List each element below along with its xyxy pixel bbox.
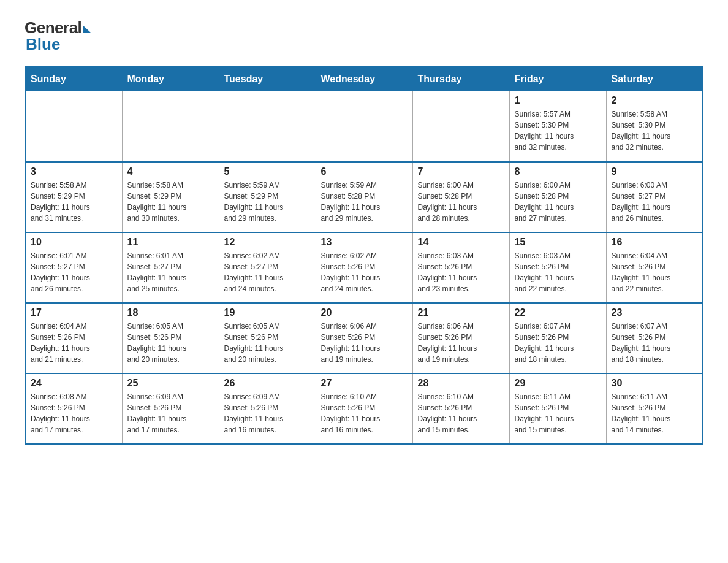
day-info: Sunrise: 6:11 AMSunset: 5:26 PMDaylight:… — [612, 391, 698, 435]
day-number: 21 — [418, 307, 504, 318]
calendar-cell: 7Sunrise: 6:00 AMSunset: 5:28 PMDaylight… — [412, 162, 509, 232]
calendar-cell: 15Sunrise: 6:03 AMSunset: 5:26 PMDayligh… — [509, 232, 606, 303]
page-header: General Blue — [25, 18, 703, 54]
calendar-header-monday: Monday — [122, 67, 219, 91]
day-info: Sunrise: 5:59 AMSunset: 5:28 PMDaylight:… — [321, 180, 408, 224]
day-number: 7 — [418, 166, 504, 177]
day-number: 22 — [515, 307, 601, 318]
day-info: Sunrise: 6:00 AMSunset: 5:27 PMDaylight:… — [612, 180, 698, 224]
week-row-2: 3Sunrise: 5:58 AMSunset: 5:29 PMDaylight… — [25, 162, 703, 232]
week-row-5: 24Sunrise: 6:08 AMSunset: 5:26 PMDayligh… — [25, 373, 703, 444]
day-number: 16 — [612, 237, 698, 248]
calendar-header-wednesday: Wednesday — [316, 67, 412, 91]
day-info: Sunrise: 5:58 AMSunset: 5:29 PMDaylight:… — [31, 180, 117, 224]
day-info: Sunrise: 6:10 AMSunset: 5:26 PMDaylight:… — [321, 391, 408, 435]
day-number: 6 — [321, 166, 408, 177]
day-info: Sunrise: 6:04 AMSunset: 5:26 PMDaylight:… — [31, 321, 117, 365]
calendar-cell: 25Sunrise: 6:09 AMSunset: 5:26 PMDayligh… — [122, 373, 219, 444]
calendar-cell: 4Sunrise: 5:58 AMSunset: 5:29 PMDaylight… — [122, 162, 219, 232]
day-info: Sunrise: 6:06 AMSunset: 5:26 PMDaylight:… — [321, 321, 408, 365]
calendar-cell: 14Sunrise: 6:03 AMSunset: 5:26 PMDayligh… — [412, 232, 509, 303]
day-info: Sunrise: 6:01 AMSunset: 5:27 PMDaylight:… — [31, 250, 117, 294]
day-number: 10 — [31, 237, 117, 248]
day-number: 27 — [321, 378, 408, 389]
day-info: Sunrise: 6:04 AMSunset: 5:26 PMDaylight:… — [612, 250, 698, 294]
day-info: Sunrise: 6:02 AMSunset: 5:26 PMDaylight:… — [321, 250, 408, 294]
day-number: 23 — [612, 307, 698, 318]
day-number: 26 — [224, 378, 311, 389]
calendar-cell: 6Sunrise: 5:59 AMSunset: 5:28 PMDaylight… — [316, 162, 412, 232]
calendar-cell: 27Sunrise: 6:10 AMSunset: 5:26 PMDayligh… — [316, 373, 412, 444]
day-number: 2 — [612, 95, 698, 106]
day-info: Sunrise: 6:00 AMSunset: 5:28 PMDaylight:… — [418, 180, 504, 224]
day-info: Sunrise: 6:05 AMSunset: 5:26 PMDaylight:… — [127, 321, 214, 365]
week-row-4: 17Sunrise: 6:04 AMSunset: 5:26 PMDayligh… — [25, 303, 703, 373]
calendar-cell: 24Sunrise: 6:08 AMSunset: 5:26 PMDayligh… — [25, 373, 122, 444]
day-info: Sunrise: 6:01 AMSunset: 5:27 PMDaylight:… — [127, 250, 214, 294]
calendar-cell: 10Sunrise: 6:01 AMSunset: 5:27 PMDayligh… — [25, 232, 122, 303]
calendar-header-row: SundayMondayTuesdayWednesdayThursdayFrid… — [25, 67, 703, 91]
calendar-cell — [412, 91, 509, 162]
day-number: 19 — [224, 307, 311, 318]
day-number: 30 — [612, 378, 698, 389]
calendar-cell: 28Sunrise: 6:10 AMSunset: 5:26 PMDayligh… — [412, 373, 509, 444]
calendar-cell: 16Sunrise: 6:04 AMSunset: 5:26 PMDayligh… — [606, 232, 703, 303]
day-number: 24 — [31, 378, 117, 389]
day-number: 18 — [127, 307, 214, 318]
day-info: Sunrise: 6:09 AMSunset: 5:26 PMDaylight:… — [127, 391, 214, 435]
day-number: 5 — [224, 166, 311, 177]
calendar-cell: 12Sunrise: 6:02 AMSunset: 5:27 PMDayligh… — [219, 232, 316, 303]
calendar-cell: 22Sunrise: 6:07 AMSunset: 5:26 PMDayligh… — [509, 303, 606, 373]
week-row-1: 1Sunrise: 5:57 AMSunset: 5:30 PMDaylight… — [25, 91, 703, 162]
day-info: Sunrise: 6:10 AMSunset: 5:26 PMDaylight:… — [418, 391, 504, 435]
day-number: 8 — [515, 166, 601, 177]
week-row-3: 10Sunrise: 6:01 AMSunset: 5:27 PMDayligh… — [25, 232, 703, 303]
calendar-cell: 29Sunrise: 6:11 AMSunset: 5:26 PMDayligh… — [509, 373, 606, 444]
day-number: 11 — [127, 237, 214, 248]
logo-blue-text: Blue — [26, 35, 60, 54]
day-info: Sunrise: 6:05 AMSunset: 5:26 PMDaylight:… — [224, 321, 311, 365]
calendar-cell: 23Sunrise: 6:07 AMSunset: 5:26 PMDayligh… — [606, 303, 703, 373]
day-info: Sunrise: 6:02 AMSunset: 5:27 PMDaylight:… — [224, 250, 311, 294]
calendar-cell: 26Sunrise: 6:09 AMSunset: 5:26 PMDayligh… — [219, 373, 316, 444]
day-number: 9 — [612, 166, 698, 177]
calendar-header-sunday: Sunday — [25, 67, 122, 91]
calendar-cell — [25, 91, 122, 162]
calendar-cell: 2Sunrise: 5:58 AMSunset: 5:30 PMDaylight… — [606, 91, 703, 162]
day-number: 12 — [224, 237, 311, 248]
calendar-cell — [316, 91, 412, 162]
day-number: 14 — [418, 237, 504, 248]
day-info: Sunrise: 5:59 AMSunset: 5:29 PMDaylight:… — [224, 180, 311, 224]
calendar-cell: 13Sunrise: 6:02 AMSunset: 5:26 PMDayligh… — [316, 232, 412, 303]
calendar-header-friday: Friday — [509, 67, 606, 91]
day-info: Sunrise: 5:58 AMSunset: 5:29 PMDaylight:… — [127, 180, 214, 224]
day-info: Sunrise: 6:07 AMSunset: 5:26 PMDaylight:… — [515, 321, 601, 365]
day-number: 17 — [31, 307, 117, 318]
calendar-cell: 18Sunrise: 6:05 AMSunset: 5:26 PMDayligh… — [122, 303, 219, 373]
day-info: Sunrise: 6:03 AMSunset: 5:26 PMDaylight:… — [418, 250, 504, 294]
calendar-cell: 3Sunrise: 5:58 AMSunset: 5:29 PMDaylight… — [25, 162, 122, 232]
calendar-cell: 20Sunrise: 6:06 AMSunset: 5:26 PMDayligh… — [316, 303, 412, 373]
calendar-cell: 17Sunrise: 6:04 AMSunset: 5:26 PMDayligh… — [25, 303, 122, 373]
day-info: Sunrise: 5:57 AMSunset: 5:30 PMDaylight:… — [515, 109, 601, 153]
day-number: 20 — [321, 307, 408, 318]
day-info: Sunrise: 6:08 AMSunset: 5:26 PMDaylight:… — [31, 391, 117, 435]
calendar-cell — [122, 91, 219, 162]
day-info: Sunrise: 6:07 AMSunset: 5:26 PMDaylight:… — [612, 321, 698, 365]
calendar-cell: 1Sunrise: 5:57 AMSunset: 5:30 PMDaylight… — [509, 91, 606, 162]
calendar-cell: 5Sunrise: 5:59 AMSunset: 5:29 PMDaylight… — [219, 162, 316, 232]
day-number: 1 — [515, 95, 601, 106]
calendar-cell: 30Sunrise: 6:11 AMSunset: 5:26 PMDayligh… — [606, 373, 703, 444]
calendar-cell: 11Sunrise: 6:01 AMSunset: 5:27 PMDayligh… — [122, 232, 219, 303]
day-number: 15 — [515, 237, 601, 248]
day-number: 25 — [127, 378, 214, 389]
logo: General Blue — [25, 18, 91, 54]
day-number: 29 — [515, 378, 601, 389]
day-info: Sunrise: 5:58 AMSunset: 5:30 PMDaylight:… — [612, 109, 698, 153]
calendar-table: SundayMondayTuesdayWednesdayThursdayFrid… — [25, 66, 703, 445]
day-info: Sunrise: 6:00 AMSunset: 5:28 PMDaylight:… — [515, 180, 601, 224]
calendar-header-saturday: Saturday — [606, 67, 703, 91]
day-number: 28 — [418, 378, 504, 389]
day-info: Sunrise: 6:11 AMSunset: 5:26 PMDaylight:… — [515, 391, 601, 435]
calendar-header-tuesday: Tuesday — [219, 67, 316, 91]
